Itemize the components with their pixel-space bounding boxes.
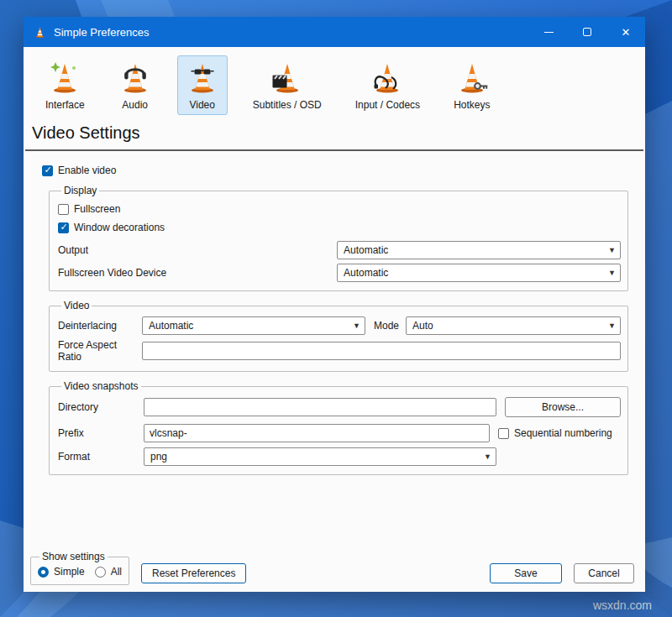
snapshot-directory-input[interactable] (144, 398, 496, 416)
window-decorations-checkbox-box (58, 222, 69, 233)
force-aspect-ratio-input[interactable] (142, 342, 621, 360)
fullscreen-device-label: Fullscreen Video Device (58, 267, 337, 279)
titlebar[interactable]: Simple Preferences ✕ (24, 17, 645, 47)
window-controls: ✕ (529, 17, 645, 47)
deinterlacing-select[interactable]: Automatic ▼ (142, 316, 365, 335)
tab-hotkeys[interactable]: Hotkeys (445, 55, 498, 115)
subtitles-cone-icon (270, 60, 304, 97)
fullscreen-device-select-value: Automatic (344, 267, 603, 279)
chevron-down-icon: ▼ (353, 322, 360, 330)
browse-button[interactable]: Browse... (505, 397, 621, 417)
preferences-dialog: Simple Preferences ✕ (24, 17, 645, 592)
sequential-numbering-label: Sequential numbering (514, 427, 612, 439)
window-decorations-checkbox[interactable]: Window decorations (58, 222, 621, 233)
fullscreen-device-select[interactable]: Automatic ▼ (337, 264, 621, 282)
prefix-label: Prefix (58, 427, 144, 439)
radio-selected-icon (38, 567, 49, 578)
category-toolbar: Interface Audio (37, 55, 645, 115)
output-select[interactable]: Automatic ▼ (337, 241, 621, 259)
tab-hotkeys-label: Hotkeys (454, 99, 490, 111)
video-cone-icon (186, 60, 219, 97)
fullscreen-label: Fullscreen (74, 203, 120, 215)
show-settings-title: Show settings (39, 551, 108, 562)
output-select-value: Automatic (344, 244, 603, 256)
hotkeys-cone-icon (455, 60, 489, 97)
enable-video-checkbox[interactable]: Enable video (42, 165, 645, 176)
chevron-down-icon: ▼ (608, 246, 616, 254)
show-settings-all-radio[interactable]: All (95, 566, 122, 578)
sequential-numbering-checkbox-box (498, 428, 509, 439)
save-button[interactable]: Save (490, 563, 562, 583)
vlc-cone-icon (34, 25, 46, 39)
audio-cone-icon (118, 60, 152, 97)
desktop: wsxdn.com Simple Preferences ✕ (0, 0, 672, 617)
chevron-down-icon: ▼ (608, 322, 616, 330)
deinterlace-mode-select-value: Auto (412, 320, 603, 332)
maximize-icon (583, 28, 591, 36)
tab-input-codecs-label: Input / Codecs (355, 99, 420, 111)
window-decorations-label: Window decorations (74, 222, 165, 233)
minimize-button[interactable] (529, 17, 568, 47)
video-snapshots-group-title: Video snapshots (61, 380, 141, 392)
interface-cone-icon (48, 60, 81, 97)
show-settings-simple-radio[interactable]: Simple (38, 566, 85, 578)
show-settings-group: Show settings Simple All (30, 551, 129, 585)
snapshot-format-select[interactable]: png ▼ (144, 447, 496, 466)
format-label: Format (58, 451, 144, 463)
close-icon: ✕ (622, 27, 631, 38)
tab-subtitles-osd-label: Subtitles / OSD (253, 99, 322, 111)
close-button[interactable]: ✕ (606, 17, 645, 47)
cancel-button[interactable]: Cancel (574, 563, 634, 583)
output-label: Output (58, 244, 337, 256)
snapshot-prefix-input[interactable] (144, 424, 490, 442)
deinterlacing-label: Deinterlacing (58, 320, 142, 332)
window-title: Simple Preferences (54, 26, 149, 39)
dialog-footer: Show settings Simple All Reset Preferenc… (30, 551, 634, 585)
minimize-icon (544, 32, 554, 33)
tab-interface[interactable]: Interface (37, 55, 93, 115)
enable-video-label: Enable video (58, 165, 116, 176)
watermark-text: wsxdn.com (593, 599, 652, 612)
radio-unselected-icon (95, 567, 106, 578)
maximize-button[interactable] (568, 17, 606, 47)
video-group: Video Deinterlacing Automatic ▼ Mode Aut… (49, 300, 628, 372)
tab-video-label: Video (189, 99, 214, 111)
tab-interface-label: Interface (45, 99, 85, 111)
tab-video[interactable]: Video (177, 55, 228, 115)
deinterlacing-select-value: Automatic (149, 320, 348, 332)
force-aspect-ratio-label: Force Aspect Ratio (58, 339, 142, 363)
tab-input-codecs[interactable]: Input / Codecs (347, 55, 428, 115)
mode-label: Mode (374, 320, 399, 332)
show-settings-simple-label: Simple (54, 566, 85, 578)
directory-label: Directory (58, 401, 144, 413)
video-snapshots-group: Video snapshots Directory Browse... Pref… (49, 380, 628, 475)
show-settings-all-label: All (111, 566, 122, 578)
snapshot-format-select-value: png (150, 451, 479, 463)
heading-divider (25, 149, 643, 151)
page-title: Video Settings (32, 123, 645, 143)
tab-subtitles-osd[interactable]: Subtitles / OSD (244, 55, 330, 115)
input-codecs-cone-icon (370, 60, 404, 97)
tab-audio-label: Audio (122, 99, 148, 111)
fullscreen-checkbox[interactable]: Fullscreen (58, 203, 621, 215)
dialog-body: Interface Audio (24, 47, 645, 592)
tab-audio[interactable]: Audio (110, 55, 160, 115)
sequential-numbering-checkbox[interactable]: Sequential numbering (498, 427, 621, 439)
display-group-title: Display (61, 185, 99, 196)
chevron-down-icon: ▼ (608, 269, 616, 277)
video-group-title: Video (61, 300, 92, 311)
fullscreen-checkbox-box (58, 204, 69, 215)
deinterlace-mode-select[interactable]: Auto ▼ (406, 316, 621, 335)
display-group: Display Fullscreen Window decorations Ou… (49, 185, 628, 291)
reset-preferences-button[interactable]: Reset Preferences (141, 563, 246, 583)
enable-video-checkbox-box (42, 165, 53, 176)
chevron-down-icon: ▼ (484, 452, 491, 461)
